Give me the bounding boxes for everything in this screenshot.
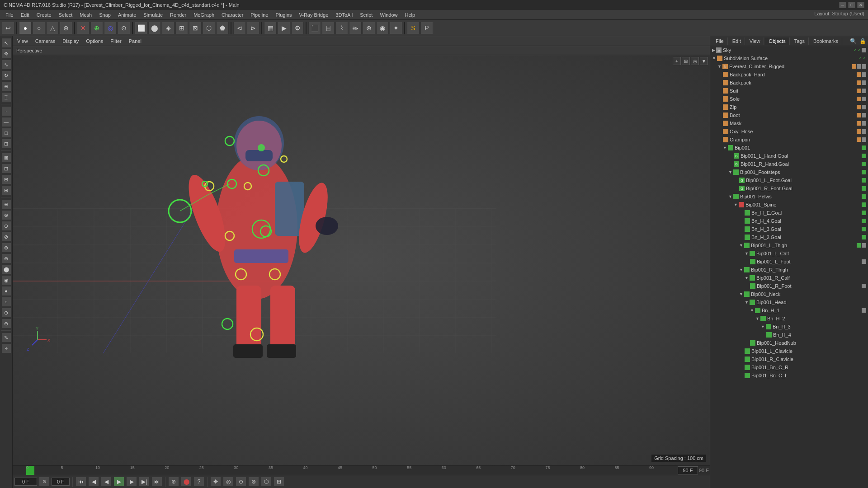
menu-item-plugins[interactable]: Plugins (272, 11, 295, 19)
obj-bip001-rfoot[interactable]: G Bip001_R_Foot.Goal (710, 184, 868, 192)
lt-tool14[interactable]: ◉ (1, 275, 11, 285)
tool-5[interactable]: ⊠ (189, 22, 202, 34)
mograph-button[interactable]: ⊛ (363, 22, 375, 34)
obj-expand-pelvis[interactable]: ▼ (728, 194, 732, 199)
viewport-options-button[interactable]: ▼ (700, 57, 708, 65)
lt-tool18[interactable]: ⊖ (1, 319, 11, 328)
menu-item-help[interactable]: Help (401, 11, 419, 19)
world-button[interactable]: ⊙ (118, 22, 130, 34)
obj-bip001-lfoot2[interactable]: Bip001_L_Foot (710, 258, 868, 266)
menu-item-mograph[interactable]: MoGraph (190, 11, 218, 19)
camera-button[interactable]: ◉ (376, 22, 389, 34)
play-back-button[interactable]: ◀ (101, 477, 112, 487)
obj-bn-h4-bone[interactable]: Bn_H_4 (710, 331, 868, 339)
auto-record-button[interactable]: ⬤ (181, 477, 192, 487)
menu-item-file[interactable]: File (2, 11, 17, 19)
tool-6[interactable]: ⬡ (203, 22, 215, 34)
menu-item-pipeline[interactable]: Pipeline (247, 11, 272, 19)
x-axis-button[interactable]: ✕ (77, 22, 90, 34)
obj-bip001-head[interactable]: ▼ Bip001_Head (710, 298, 868, 306)
cube-button[interactable]: ⬛ (308, 22, 321, 34)
tool-7[interactable]: ⬟ (216, 22, 229, 34)
viewport-layout-button[interactable]: ⊞ (682, 57, 690, 65)
tab-bookmarks[interactable]: Bookmarks (810, 38, 842, 45)
obj-expand-spine[interactable]: ▼ (734, 202, 738, 207)
lt-move[interactable]: ✥ (1, 49, 11, 59)
obj-bip001-lthigh[interactable]: ▼ Bip001_L_Thigh (710, 241, 868, 249)
render-region-button[interactable]: ▦ (264, 22, 277, 34)
obj-expand-feet[interactable]: ▼ (728, 170, 732, 174)
obj-bn-cl[interactable]: Bip001_Bn_C_L (710, 371, 868, 380)
menu-item-character[interactable]: Character (218, 11, 247, 19)
obj-bn-he-goal[interactable]: Bn_H_E.Goal (710, 209, 868, 217)
lt-tool8[interactable]: ⊗ (1, 210, 11, 220)
tab-file[interactable]: File (712, 38, 728, 45)
viewport-3d[interactable]: X Y Z (13, 55, 710, 465)
play-button[interactable]: ▶ (113, 477, 124, 487)
key6-button[interactable]: ⊞ (274, 477, 284, 487)
obj-bip001-lfoot[interactable]: G Bip001_L_Foot.Goal (710, 176, 868, 184)
lt-snap4[interactable]: ⊞ (1, 185, 11, 195)
lt-rotate[interactable]: ↻ (1, 70, 11, 80)
mode-button-3[interactable]: △ (46, 22, 59, 34)
obj-oxy-hose[interactable]: Oxy_Hose (710, 127, 868, 136)
current-frame-input[interactable] (14, 478, 37, 486)
help-button[interactable]: ? (193, 477, 204, 487)
maximize-button[interactable]: □ (848, 2, 855, 8)
obj-expand-head[interactable]: ▼ (745, 300, 749, 305)
tool-1[interactable]: ⬜ (135, 22, 147, 34)
obj-sky[interactable]: ▶ ☁ Sky ✓ ✓ (710, 46, 868, 54)
transport-set-button[interactable]: ⊙ (39, 477, 50, 487)
go-start-button[interactable]: ⏮ (75, 477, 86, 487)
lt-edge[interactable]: — (1, 117, 11, 127)
obj-expand-neck[interactable]: ▼ (739, 292, 743, 296)
tab-display[interactable]: Display (60, 38, 81, 45)
lt-snap1[interactable]: ⊠ (1, 153, 11, 163)
lt-paint2[interactable]: ⌖ (1, 343, 11, 353)
menu-item-create[interactable]: Create (33, 11, 55, 19)
obj-expand-rcalf[interactable]: ▼ (745, 276, 749, 280)
key3-button[interactable]: ⊙ (236, 477, 246, 487)
tab-options[interactable]: Options (83, 38, 106, 45)
menu-item-mesh[interactable]: Mesh (76, 11, 95, 19)
obj-bip001-rfoot2[interactable]: Bip001_R_Foot (710, 282, 868, 290)
lt-tool13[interactable]: ⬤ (1, 264, 11, 274)
obj-expand-rthigh[interactable]: ▼ (739, 267, 743, 272)
obj-boot[interactable]: Boot (710, 111, 868, 119)
lt-tool9[interactable]: ⊙ (1, 221, 11, 231)
menu-item-3dtoall[interactable]: 3DToAll (332, 11, 356, 19)
lt-poly[interactable]: □ (1, 128, 11, 138)
lt-tool16[interactable]: ○ (1, 297, 11, 307)
menu-item-render[interactable]: Render (166, 11, 190, 19)
obj-bn-h4-goal[interactable]: Bn_H_4.Goal (710, 217, 868, 225)
obj-climber-rigged[interactable]: ▼ N Everest_Climber_Rigged (710, 62, 868, 70)
close-button[interactable]: ✕ (857, 2, 864, 8)
obj-backpack-hard[interactable]: Backpack_Hard (710, 70, 868, 79)
menu-item-v-ray-bridge[interactable]: V-Ray Bridge (296, 11, 332, 19)
step-forward-button[interactable]: ▶| (139, 477, 150, 487)
menu-item-window[interactable]: Window (376, 11, 401, 19)
frame-display-left[interactable] (52, 478, 70, 486)
key2-button[interactable]: ◎ (223, 477, 234, 487)
lt-tool17[interactable]: ⊕ (1, 308, 11, 318)
lt-select[interactable]: ↖ (1, 38, 11, 48)
obj-expand-ss[interactable]: ▼ (712, 56, 716, 61)
menu-item-snap[interactable]: Snap (95, 11, 114, 19)
tab-panel[interactable]: Panel (126, 38, 144, 45)
obj-expand-cr[interactable]: ▼ (717, 64, 722, 69)
tab-edit-obj[interactable]: Edit (729, 38, 745, 45)
obj-bn-h1[interactable]: ▼ Bn_H_1 (710, 306, 868, 314)
tab-objects[interactable]: Objects (765, 38, 789, 45)
tool-9[interactable]: ⊳ (247, 22, 259, 34)
obj-bip001-rthigh[interactable]: ▼ Bip001_R_Thigh (710, 266, 868, 274)
minimize-button[interactable]: ─ (839, 2, 846, 8)
obj-bip001-footsteps[interactable]: ▼ Bip001_Footsteps (710, 168, 868, 176)
lt-tool5[interactable]: ⊕ (1, 81, 11, 91)
z-axis-button[interactable]: ◎ (104, 22, 117, 34)
obj-rclavicle[interactable]: Bip001_R_Clavicle (710, 355, 868, 363)
menu-item-script[interactable]: Script (356, 11, 376, 19)
lt-snap2[interactable]: ⊡ (1, 164, 11, 174)
key1-button[interactable]: ✥ (210, 477, 221, 487)
lt-scale[interactable]: ⤡ (1, 60, 11, 70)
viewport-maximize-button[interactable]: + (673, 57, 681, 65)
